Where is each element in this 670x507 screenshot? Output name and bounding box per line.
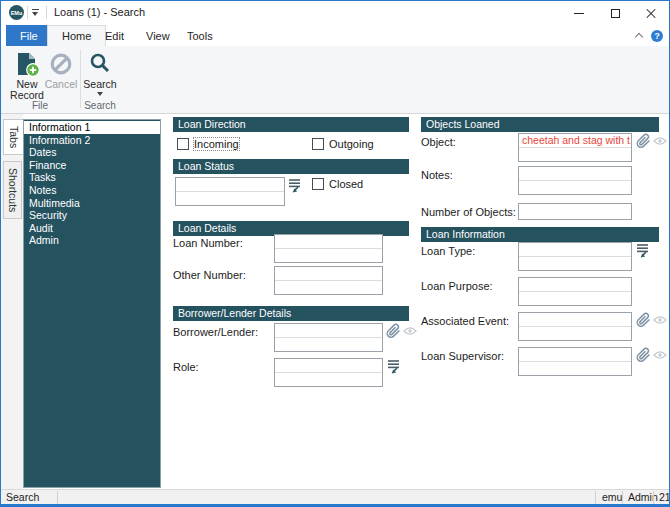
view-attachment-icon[interactable] (653, 350, 667, 362)
attach-icon[interactable] (636, 312, 651, 330)
status-divider (653, 491, 654, 504)
object-input[interactable]: cheetah and stag with t... (518, 133, 632, 162)
view-attachment-icon[interactable] (403, 326, 417, 338)
sidebar-item-admin[interactable]: Admin (24, 234, 160, 247)
section-borrower-lender: Borrower/Lender Details (173, 306, 409, 321)
attach-icon[interactable] (386, 323, 401, 341)
minimize-icon (574, 13, 584, 14)
section-loan-direction: Loan Direction (173, 117, 409, 132)
new-record-label: New Record (7, 79, 47, 101)
associated-event-value (519, 313, 631, 327)
incoming-label: Incoming (194, 138, 239, 150)
loan-status-input[interactable] (175, 177, 285, 206)
maximize-icon (611, 9, 620, 18)
side-tab-tabs[interactable]: Tabs (3, 119, 23, 155)
ribbon-group-search: Search (82, 100, 118, 111)
status-divider (622, 491, 623, 504)
help-icon[interactable] (651, 30, 663, 42)
side-tab-shortcuts[interactable]: Shortcuts (3, 161, 22, 219)
status-mode: Search (6, 491, 39, 503)
other-number-value (275, 267, 382, 281)
number-of-objects-value (519, 204, 631, 219)
view-attachment-icon[interactable] (653, 136, 667, 148)
loan-supervisor-value (519, 348, 631, 362)
view-attachment-icon[interactable] (653, 315, 667, 327)
closed-label: Closed (329, 178, 363, 190)
ribbon-group-file: File (7, 100, 73, 111)
borrower-lender-input[interactable] (274, 323, 383, 352)
associated-event-input[interactable] (518, 312, 632, 341)
search-button[interactable]: Search (82, 49, 118, 101)
notes-label: Notes: (421, 169, 453, 181)
associated-event-label: Associated Event: (421, 315, 509, 327)
section-objects-loaned: Objects Loaned (421, 117, 659, 132)
search-dropdown-icon (97, 92, 103, 96)
search-label: Search (83, 79, 116, 90)
status-divider (595, 491, 596, 504)
sidebar-item-audit[interactable]: Audit (24, 222, 160, 235)
titlebar-divider (46, 6, 47, 19)
incoming-checkbox[interactable] (177, 138, 189, 150)
close-icon (646, 8, 656, 18)
borrower-lender-value (275, 324, 382, 338)
sidebar-item-dates[interactable]: Dates (24, 146, 160, 159)
sidebar-item-security[interactable]: Security (24, 209, 160, 222)
loan-purpose-value (519, 278, 631, 292)
outgoing-label: Outgoing (329, 138, 374, 150)
search-icon (87, 51, 113, 77)
lookup-list-icon[interactable] (288, 178, 301, 195)
titlebar-divider (27, 6, 28, 19)
sidebar-item-information-2[interactable]: Information 2 (24, 134, 160, 147)
status-database: emu (602, 491, 622, 503)
cancel-icon (48, 51, 74, 77)
ribbon-tab-row: File Home Edit View Tools (1, 25, 669, 46)
loan-purpose-label: Loan Purpose: (421, 280, 493, 292)
loan-supervisor-label: Loan Supervisor: (421, 350, 504, 362)
maximize-button[interactable] (597, 1, 633, 25)
lookup-list-icon[interactable] (636, 243, 649, 260)
notes-input[interactable] (518, 166, 632, 195)
minimize-button[interactable] (561, 1, 597, 25)
sidebar-item-notes[interactable]: Notes (24, 184, 160, 197)
quick-access-dropdown-icon[interactable] (31, 9, 40, 17)
closed-checkbox[interactable] (312, 178, 324, 190)
sidebar-tab-list: Information 1 Information 2 Dates Financ… (23, 119, 161, 488)
loan-type-label: Loan Type: (421, 245, 475, 257)
loan-supervisor-input[interactable] (518, 347, 632, 376)
loan-number-input[interactable] (274, 234, 383, 263)
sidebar-item-finance[interactable]: Finance (24, 159, 160, 172)
borrower-lender-label: Borrower/Lender: (173, 326, 258, 338)
lookup-list-icon[interactable] (387, 359, 400, 376)
role-input[interactable] (274, 358, 383, 387)
number-of-objects-input[interactable] (518, 203, 632, 220)
loan-status-value (176, 178, 284, 192)
new-record-button[interactable]: New Record (7, 49, 47, 101)
loan-number-value (275, 235, 382, 249)
title-bar: EMu Loans (1) - Search (1, 1, 669, 25)
object-label: Object: (421, 136, 456, 148)
tab-file[interactable]: File (6, 25, 52, 46)
object-value: cheetah and stag with t... (519, 134, 631, 148)
ribbon-collapse-icon[interactable] (635, 32, 643, 40)
loan-purpose-input[interactable] (518, 277, 632, 306)
ribbon-group-divider (80, 50, 81, 108)
tab-edit[interactable]: Edit (91, 25, 138, 46)
close-button[interactable] (633, 1, 669, 25)
emu-logo-text: EMu (11, 10, 23, 16)
sidebar-item-multimedia[interactable]: Multimedia (24, 197, 160, 210)
loan-type-input[interactable] (518, 242, 632, 271)
emu-logo-icon: EMu (9, 5, 24, 20)
sidebar-item-information-1[interactable]: Information 1 (24, 121, 160, 134)
tab-tools[interactable]: Tools (173, 25, 227, 46)
attach-icon[interactable] (636, 347, 651, 365)
app-window: EMu Loans (1) - Search File Home Edit Vi… (0, 0, 670, 507)
section-loan-information: Loan Information (421, 227, 659, 242)
outgoing-checkbox[interactable] (312, 138, 324, 150)
loan-number-label: Loan Number: (173, 237, 243, 249)
other-number-input[interactable] (274, 266, 383, 295)
sidebar-item-tasks[interactable]: Tasks (24, 171, 160, 184)
attach-icon[interactable] (636, 133, 651, 151)
new-record-icon (14, 51, 40, 77)
window-controls (561, 1, 669, 25)
cancel-button[interactable]: Cancel (43, 49, 79, 101)
